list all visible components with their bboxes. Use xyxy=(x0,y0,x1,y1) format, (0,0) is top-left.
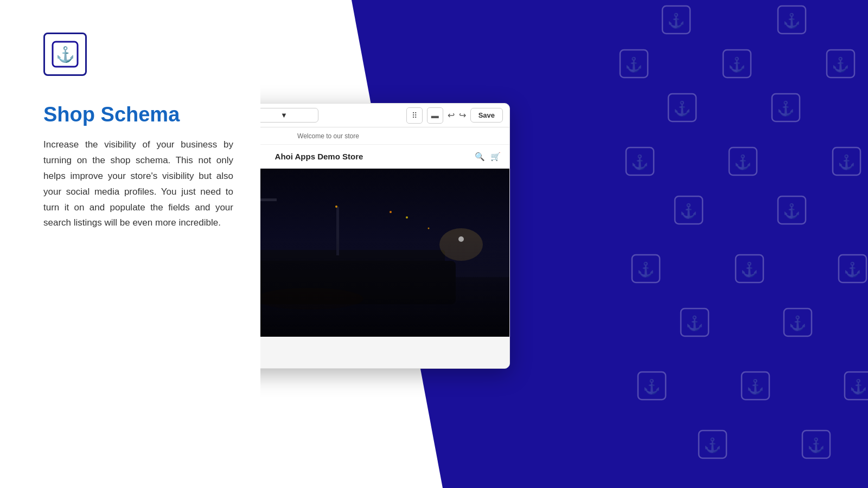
svg-point-65 xyxy=(406,216,408,219)
anchor-pattern-icon: ⚓ xyxy=(698,429,727,461)
svg-text:⚓: ⚓ xyxy=(832,56,850,73)
page-dropdown[interactable]: Home page ▼ xyxy=(260,108,318,123)
anchor-pattern-icon: ⚓ xyxy=(783,307,813,339)
svg-text:⚓: ⚓ xyxy=(686,314,704,332)
svg-rect-59 xyxy=(336,207,339,255)
editor-topbar: ⊞ Dawn Live ••• Home page ▼ ⠿ ▬ ↩ ↪ S xyxy=(260,104,509,127)
anchor-pattern-icon: ⚓ xyxy=(801,429,831,461)
page-selector: Home page ▼ xyxy=(260,108,401,123)
anchor-pattern-icon: ⚓ xyxy=(674,195,704,227)
anchor-pattern-icon: ⚓ xyxy=(631,254,661,286)
svg-text:⚓: ⚓ xyxy=(741,261,758,278)
svg-point-69 xyxy=(458,236,464,242)
svg-rect-51 xyxy=(260,277,509,337)
search-store-icon[interactable]: 🔍 xyxy=(475,152,485,162)
svg-text:⚓: ⚓ xyxy=(734,153,752,171)
store-name: Ahoi Apps Demo Store xyxy=(275,152,363,161)
svg-text:⚓: ⚓ xyxy=(783,202,801,220)
svg-text:⚓: ⚓ xyxy=(850,378,867,395)
anchor-pattern-icon: ⚓ xyxy=(832,146,861,178)
left-panel: ⚓ Shop Schema Increase the visibility of… xyxy=(0,0,260,488)
right-panel: ⚓ ⚓ ⚓ ⚓ ⚓ xyxy=(260,0,868,488)
app-description: Increase the visibility of your business… xyxy=(43,137,233,231)
anchor-pattern-icon: ⚓ xyxy=(667,93,697,125)
svg-text:⚓: ⚓ xyxy=(643,378,661,395)
anchor-pattern-icon: ⚓ xyxy=(838,254,867,286)
undo-icon[interactable]: ↩ xyxy=(448,110,455,120)
grid-icon[interactable]: ⠿ xyxy=(406,107,423,124)
editor-body: ‹ App embeds Theme App embeds 🔍 Shop Sch… xyxy=(260,127,509,368)
anchor-pattern-icon: ⚓ xyxy=(735,254,764,286)
svg-point-62 xyxy=(335,206,337,208)
anchor-pattern-icon: ⚓ xyxy=(844,371,868,403)
svg-text:⚓: ⚓ xyxy=(807,436,825,454)
anchor-pattern-icon: ⚓ xyxy=(777,5,807,37)
svg-text:⚓: ⚓ xyxy=(838,153,856,171)
svg-text:⚓: ⚓ xyxy=(667,12,685,29)
anchor-pattern-icon: ⚓ xyxy=(619,49,649,81)
svg-text:⚓: ⚓ xyxy=(746,378,764,395)
svg-text:⚓: ⚓ xyxy=(728,56,746,73)
svg-point-64 xyxy=(260,288,363,310)
svg-rect-53 xyxy=(260,261,456,304)
svg-rect-58 xyxy=(260,198,277,201)
svg-point-66 xyxy=(428,228,430,229)
anchor-pattern-icon: ⚓ xyxy=(637,371,667,403)
hero-image xyxy=(260,169,509,337)
anchor-pattern-icon: ⚓ xyxy=(771,93,801,125)
svg-text:⚓: ⚓ xyxy=(777,100,795,117)
anchor-pattern-icon: ⚓ xyxy=(661,5,691,37)
cart-icon[interactable]: 🛒 xyxy=(490,152,501,162)
store-header: ☰ Ahoi Apps Demo Store 🔍 🛒 xyxy=(260,145,509,169)
svg-text:⚓: ⚓ xyxy=(783,12,801,29)
svg-text:⚓: ⚓ xyxy=(56,46,75,63)
anchor-pattern-icon: ⚓ xyxy=(741,371,770,403)
save-button[interactable]: Save xyxy=(470,108,503,123)
anchor-pattern-icon: ⚓ xyxy=(728,146,758,178)
svg-rect-50 xyxy=(260,169,509,337)
anchor-pattern-icon: ⚓ xyxy=(625,146,655,178)
anchor-pattern-icon: ⚓ xyxy=(826,49,856,81)
redo-icon[interactable]: ↪ xyxy=(459,110,466,120)
svg-text:⚓: ⚓ xyxy=(631,153,649,171)
app-logo: ⚓ xyxy=(43,33,87,76)
svg-text:⚓: ⚓ xyxy=(673,100,691,117)
svg-text:⚓: ⚓ xyxy=(637,261,655,278)
svg-text:⚓: ⚓ xyxy=(844,261,861,278)
anchor-pattern-icon: ⚓ xyxy=(777,195,807,227)
anchor-pattern-icon: ⚓ xyxy=(722,49,752,81)
store-icons: 🔍 🛒 xyxy=(475,152,501,162)
svg-rect-52 xyxy=(260,250,445,304)
topbar-right: ⠿ ▬ ↩ ↪ Save xyxy=(406,107,503,124)
desktop-icon[interactable]: ▬ xyxy=(427,107,443,124)
preview-topbar: Welcome to our store xyxy=(260,127,509,145)
svg-point-68 xyxy=(439,228,483,261)
svg-text:⚓: ⚓ xyxy=(625,56,643,73)
svg-text:⚓: ⚓ xyxy=(680,202,698,220)
anchor-pattern-icon: ⚓ xyxy=(680,307,710,339)
svg-text:⚓: ⚓ xyxy=(704,436,722,454)
editor-preview: Welcome to our store ☰ Ahoi Apps Demo St… xyxy=(260,127,509,368)
svg-point-63 xyxy=(390,211,392,213)
editor-screenshot: ⊞ Dawn Live ••• Home page ▼ ⠿ ▬ ↩ ↪ S xyxy=(260,103,510,369)
svg-text:⚓: ⚓ xyxy=(789,314,807,332)
app-title: Shop Schema xyxy=(43,103,233,126)
